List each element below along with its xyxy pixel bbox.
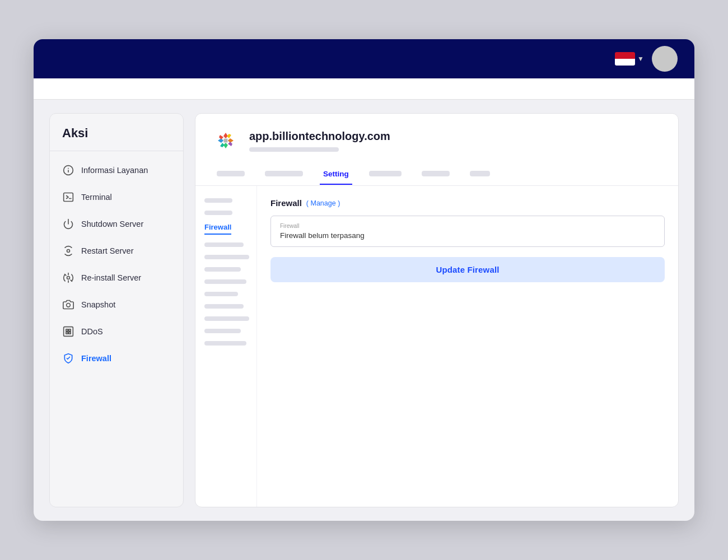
- firewall-box-label: Firewall: [280, 223, 655, 229]
- server-name: app.billiontechnology.com: [249, 130, 390, 143]
- sidebar: Aksi Informasi Layanan: [49, 113, 184, 507]
- tab-5[interactable]: [418, 163, 453, 185]
- tab-1[interactable]: [213, 163, 248, 185]
- info-icon: [62, 164, 74, 176]
- sk-3: [204, 242, 244, 247]
- language-selector[interactable]: ▼: [615, 52, 644, 66]
- main-content: Aksi Informasi Layanan: [34, 100, 694, 521]
- panel-body: Firewall Firewall ( Manage ): [195, 186, 678, 507]
- manage-link[interactable]: ( Manage ): [306, 199, 340, 207]
- sk-5: [204, 267, 241, 272]
- restart-icon: [62, 245, 74, 257]
- sidebar-item-shutdown[interactable]: Shutdown Server: [50, 211, 183, 237]
- sidebar-item-firewall[interactable]: Firewall: [50, 345, 183, 372]
- browser-window: ▼ Aksi Informasi Layanan: [34, 39, 694, 521]
- tab-skeleton-5: [422, 171, 450, 176]
- snapshot-icon: [62, 298, 74, 311]
- sidebar-menu: Informasi Layanan Terminal: [50, 151, 183, 377]
- sk-9: [204, 316, 249, 321]
- sidebar-item-snapshot[interactable]: Snapshot: [50, 291, 183, 318]
- sidebar-item-informasi[interactable]: Informasi Layanan: [50, 157, 183, 184]
- tab-2[interactable]: [262, 163, 306, 185]
- tab-setting[interactable]: Setting: [320, 164, 352, 185]
- top-bar: ▼: [34, 39, 694, 78]
- sk-11: [204, 341, 246, 346]
- server-info-text: app.billiontechnology.com: [249, 130, 390, 152]
- sidebar-label-snapshot: Snapshot: [81, 300, 115, 309]
- server-skeleton-lines: [249, 147, 390, 152]
- skeleton-line: [249, 147, 339, 152]
- tab-setting-label: Setting: [323, 170, 349, 178]
- server-header: app.billiontechnology.com S: [195, 114, 678, 186]
- sidebar-label-shutdown: Shutdown Server: [81, 220, 143, 228]
- firewall-section-title: Firewall: [270, 198, 302, 208]
- sidebar-label-terminal: Terminal: [81, 193, 112, 202]
- tab-6[interactable]: [466, 163, 493, 185]
- billion-tech-logo: [211, 126, 240, 155]
- sidebar-item-reinstall[interactable]: Re-install Server: [50, 264, 183, 291]
- tab-skeleton-4: [369, 171, 402, 176]
- sidebar-item-terminal[interactable]: Terminal: [50, 184, 183, 211]
- reinstall-icon: [62, 272, 74, 284]
- shutdown-icon: [62, 218, 74, 230]
- sidebar-item-restart[interactable]: Restart Server: [50, 237, 183, 264]
- sidebar-item-ddos[interactable]: DDoS: [50, 318, 183, 345]
- tab-skeleton-2: [265, 171, 303, 176]
- sidebar-label-firewall: Firewall: [81, 354, 111, 363]
- tab-skeleton-1: [217, 171, 245, 176]
- update-firewall-button[interactable]: Update Firewall: [270, 257, 665, 282]
- sk-2: [204, 211, 232, 215]
- sk-7: [204, 292, 238, 296]
- firewall-nav-label[interactable]: Firewall: [204, 223, 231, 235]
- sub-bar: [34, 78, 694, 100]
- sk-1: [204, 198, 232, 203]
- sk-4: [204, 255, 249, 259]
- firewall-code-icon: [62, 352, 74, 365]
- firewall-status-box: Firewall Firewall belum terpasang: [270, 216, 665, 247]
- right-panel: app.billiontechnology.com S: [195, 113, 679, 507]
- firewall-content: Firewall ( Manage ) Firewall Firewall be…: [257, 186, 678, 507]
- svg-point-6: [67, 250, 70, 253]
- tab-4[interactable]: [366, 163, 405, 185]
- svg-point-8: [67, 304, 71, 307]
- caret-icon: ▼: [637, 55, 644, 63]
- ddos-icon: [62, 325, 74, 338]
- server-info-row: app.billiontechnology.com: [211, 126, 662, 155]
- firewall-box-value: Firewall belum terpasang: [280, 231, 655, 240]
- sidebar-title: Aksi: [50, 114, 183, 151]
- terminal-icon: [62, 191, 74, 203]
- left-nav-skeleton: Firewall: [195, 186, 257, 507]
- indonesia-flag: [615, 52, 635, 66]
- sk-8: [204, 304, 244, 309]
- sidebar-label-informasi: Informasi Layanan: [81, 166, 148, 175]
- sidebar-label-reinstall: Re-install Server: [81, 273, 141, 282]
- firewall-title-row: Firewall ( Manage ): [270, 198, 665, 208]
- svg-point-7: [67, 277, 70, 279]
- avatar[interactable]: [652, 46, 678, 72]
- tabs-row: Setting: [211, 163, 662, 185]
- sidebar-label-ddos: DDoS: [81, 327, 103, 336]
- svg-rect-9: [64, 327, 73, 337]
- sidebar-label-restart: Restart Server: [81, 246, 133, 255]
- sk-10: [204, 329, 241, 333]
- sk-6: [204, 279, 246, 284]
- tab-skeleton-6: [470, 171, 490, 176]
